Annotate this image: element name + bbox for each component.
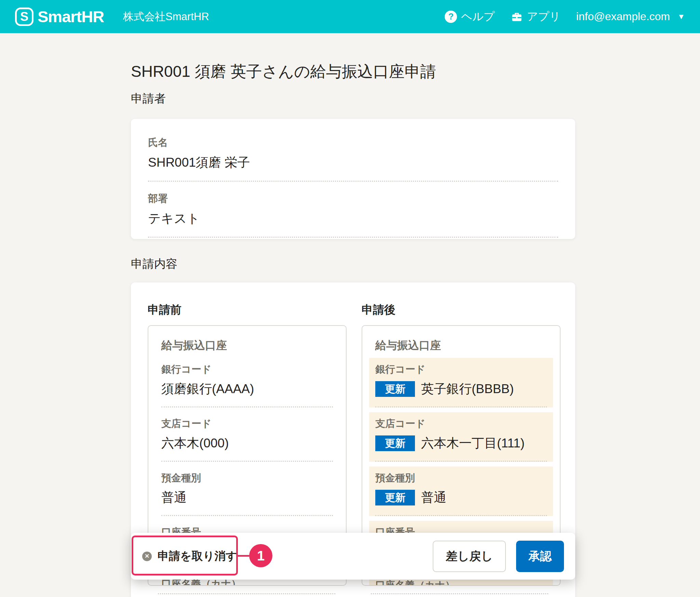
section-title: 給与振込口座 bbox=[161, 338, 333, 353]
field-label: 銀行コード bbox=[161, 363, 333, 376]
field-value: 六本木一丁目(111) bbox=[421, 435, 525, 452]
section-title: 給与振込口座 bbox=[375, 338, 547, 353]
help-link[interactable]: ? ヘルプ bbox=[445, 9, 495, 24]
field-label: 預金種別 bbox=[161, 471, 333, 485]
request-heading: 申請内容 bbox=[131, 256, 575, 272]
field-value: 須磨銀行(AAAA) bbox=[161, 380, 254, 398]
apps-icon bbox=[511, 11, 523, 23]
page-title: SHR001 須磨 英子さんの給与振込口座申請 bbox=[131, 61, 575, 82]
company-name: 株式会社SmartHR bbox=[123, 10, 209, 24]
field-value: 六本木(000) bbox=[161, 435, 229, 452]
field-label: 銀行コード bbox=[375, 363, 547, 376]
header-nav: ? ヘルプ アプリ info@example.com ▼ bbox=[445, 9, 685, 24]
annotation-connector-line bbox=[238, 555, 249, 557]
close-icon: ✕ bbox=[142, 552, 152, 561]
applicant-heading: 申請者 bbox=[131, 91, 575, 107]
annotation-number-badge: 1 bbox=[249, 544, 272, 567]
apps-link[interactable]: アプリ bbox=[511, 9, 561, 24]
apps-label: アプリ bbox=[527, 9, 561, 24]
field-value: 英子銀行(BBBB) bbox=[421, 380, 514, 398]
help-icon: ? bbox=[445, 11, 457, 23]
approve-button[interactable]: 承認 bbox=[516, 541, 564, 572]
field-value: SHR001須磨 栄子 bbox=[148, 154, 558, 182]
after-field-row-updated: 支店コード 更新 六本木一丁目(111) bbox=[369, 412, 553, 462]
applicant-department-field: 部署 テキスト bbox=[148, 192, 558, 238]
return-button[interactable]: 差し戻し bbox=[433, 541, 506, 572]
field-value: 普通 bbox=[161, 489, 187, 506]
field-label: 預金種別 bbox=[375, 471, 547, 485]
smarthr-logo-text: SmartHR bbox=[38, 7, 104, 26]
before-field-row: 銀行コード 須磨銀行(AAAA) bbox=[161, 363, 333, 407]
field-value: テキスト bbox=[148, 210, 558, 238]
before-field-row: 支店コード 六本木(000) bbox=[161, 417, 333, 462]
app-header: S SmartHR 株式会社SmartHR ? ヘルプ アプリ info@exa… bbox=[0, 0, 700, 33]
smarthr-logo[interactable]: S SmartHR bbox=[15, 7, 104, 26]
field-label: 部署 bbox=[148, 192, 558, 206]
smarthr-logo-icon: S bbox=[15, 8, 33, 26]
next-field-separators bbox=[148, 593, 558, 594]
account-menu[interactable]: info@example.com ▼ bbox=[576, 10, 685, 23]
update-badge: 更新 bbox=[375, 435, 415, 451]
field-value: 普通 bbox=[421, 489, 446, 506]
account-email: info@example.com bbox=[576, 10, 670, 23]
after-field-row-updated: 預金種別 更新 普通 bbox=[369, 467, 553, 516]
help-label: ヘルプ bbox=[461, 9, 495, 24]
update-badge: 更新 bbox=[375, 490, 415, 505]
cancel-request-button[interactable]: ✕ 申請を取り消す bbox=[142, 549, 237, 564]
before-field-row: 預金種別 普通 bbox=[161, 471, 333, 516]
approval-action-bar: ✕ 申請を取り消す 差し戻し 承認 bbox=[131, 533, 575, 580]
field-label: 支店コード bbox=[375, 417, 547, 431]
applicant-card: 氏名 SHR001須磨 栄子 部署 テキスト bbox=[131, 119, 575, 239]
after-label: 申請後 bbox=[362, 302, 561, 318]
field-label: 口座名義（カナ） bbox=[375, 579, 547, 586]
applicant-name-field: 氏名 SHR001須磨 栄子 bbox=[148, 136, 558, 182]
cancel-request-label: 申請を取り消す bbox=[158, 549, 237, 564]
after-field-row-updated: 銀行コード 更新 英子銀行(BBBB) bbox=[369, 358, 553, 407]
chevron-down-icon: ▼ bbox=[677, 12, 685, 21]
update-badge: 更新 bbox=[375, 381, 415, 397]
field-label: 氏名 bbox=[148, 136, 558, 150]
field-label: 支店コード bbox=[161, 417, 333, 431]
before-label: 申請前 bbox=[148, 302, 347, 318]
